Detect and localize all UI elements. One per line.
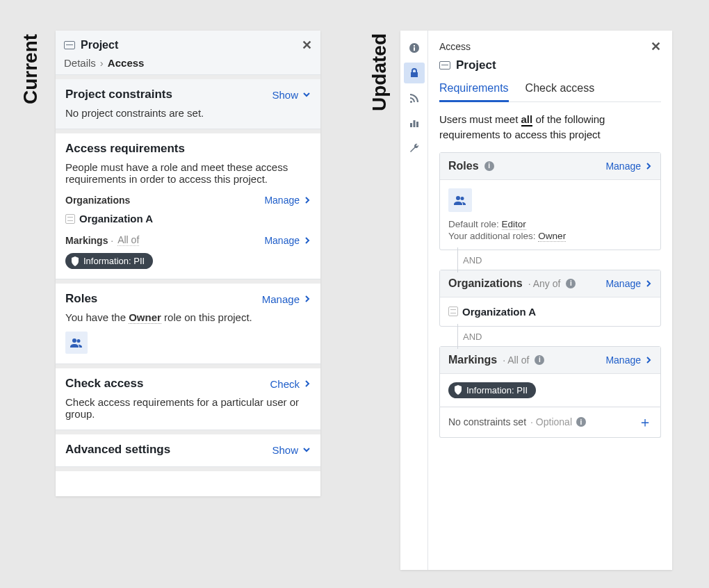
chevron-right-icon — [304, 379, 311, 388]
svg-rect-4 — [413, 120, 415, 127]
chevron-right-icon — [645, 279, 652, 288]
people-icon — [448, 188, 472, 212]
shield-icon — [71, 256, 79, 266]
current-header: Project ✕ Details › Access — [56, 31, 320, 75]
constraints-show-button[interactable]: Show — [272, 89, 311, 101]
card-markings: Markings · All of i Manage — [439, 346, 661, 407]
shield-icon — [454, 385, 462, 395]
section-check: Check access Check Check access requirem… — [56, 364, 320, 430]
breadcrumb-access[interactable]: Access — [108, 57, 145, 69]
constraints-title: Project constraints — [65, 88, 172, 101]
constraints-row: No constraints set · Optional i ＋ — [439, 407, 661, 438]
constraints-text: No constraints set — [448, 416, 526, 427]
breadcrumb-details[interactable]: Details — [64, 57, 96, 69]
roles-title: Roles — [65, 292, 97, 306]
organizations-label: Organizations — [65, 195, 130, 206]
organization-name: Organization A — [462, 306, 536, 318]
current-footer — [56, 467, 320, 496]
tabs: Requirements Check access — [439, 82, 661, 102]
organization-icon — [448, 307, 458, 316]
info-icon[interactable]: i — [566, 279, 576, 288]
chevron-down-icon — [302, 90, 311, 99]
organizations-manage-button[interactable]: Manage — [264, 195, 311, 206]
project-icon — [439, 61, 450, 70]
panel-current: Project ✕ Details › Access Project const… — [56, 31, 320, 496]
roles-manage-button[interactable]: Manage — [605, 161, 652, 172]
check-button[interactable]: Check — [270, 378, 311, 390]
advanced-title: Advanced settings — [65, 443, 170, 457]
updated-content: Users must meet all of the following req… — [428, 102, 672, 448]
label-current: Current — [19, 34, 42, 104]
svg-rect-1 — [414, 47, 415, 51]
access-req-desc: People must have a role and meet these a… — [65, 161, 311, 185]
roles-card-title: Roles — [448, 160, 479, 172]
organization-icon — [65, 214, 75, 224]
markings-card-title: Markings — [448, 354, 497, 366]
access-label: Access — [439, 41, 471, 52]
close-icon[interactable]: ✕ — [651, 39, 661, 54]
orgs-manage-button[interactable]: Manage — [605, 278, 652, 289]
rail-wrench-icon[interactable] — [404, 138, 425, 158]
check-desc: Check access requirements for a particul… — [65, 396, 311, 420]
markings-manage-button[interactable]: Manage — [264, 235, 311, 246]
tab-check-access[interactable]: Check access — [525, 82, 595, 101]
chevron-right-icon — [645, 356, 652, 364]
section-advanced: Advanced settings Show — [56, 430, 320, 467]
card-organizations: Organizations · Any of i Manage — [439, 270, 661, 327]
check-title: Check access — [65, 377, 143, 391]
chevron-right-icon — [304, 295, 311, 303]
rail-feed-icon[interactable] — [404, 88, 425, 108]
chevron-down-icon — [302, 446, 311, 454]
section-roles: Roles Manage You have the Owner role on … — [56, 279, 320, 364]
people-icon — [65, 332, 88, 354]
side-rail — [400, 31, 428, 570]
default-role-line: Default role: Editor — [448, 219, 652, 229]
chevron-right-icon: › — [100, 57, 104, 69]
access-req-title: Access requirements — [65, 142, 185, 156]
info-icon[interactable]: i — [535, 355, 544, 365]
your-roles-line: Your additional roles: Owner — [448, 231, 652, 241]
chevron-right-icon — [304, 236, 311, 245]
tab-requirements[interactable]: Requirements — [439, 82, 509, 102]
advanced-show-button[interactable]: Show — [272, 444, 311, 456]
rail-chart-icon[interactable] — [404, 113, 425, 133]
add-constraint-button[interactable]: ＋ — [638, 413, 652, 432]
updated-header: Access ✕ Project Requirements Check acce… — [428, 31, 672, 102]
svg-rect-3 — [410, 123, 412, 127]
close-icon[interactable]: ✕ — [302, 38, 312, 53]
chevron-right-icon — [645, 162, 652, 170]
svg-rect-2 — [414, 45, 415, 47]
updated-title: Project — [456, 58, 496, 72]
marking-pill: Information: PII — [65, 253, 153, 269]
project-icon — [64, 41, 75, 49]
card-roles: Roles i Manage — [439, 152, 661, 250]
panel-updated: Access ✕ Project Requirements Check acce… — [400, 31, 672, 570]
organization-name: Organization A — [79, 213, 153, 224]
markings-mode: All of — [117, 234, 139, 246]
roles-desc: You have the Owner role on this project. — [65, 311, 311, 323]
orgs-card-title: Organizations — [448, 277, 523, 290]
chevron-right-icon — [304, 196, 311, 204]
info-icon[interactable]: i — [576, 417, 586, 427]
and-connector: AND — [439, 250, 661, 270]
svg-rect-5 — [416, 122, 418, 127]
rail-lock-icon[interactable] — [404, 63, 425, 83]
roles-manage-button[interactable]: Manage — [262, 293, 311, 305]
lead-text: Users must meet all of the following req… — [439, 112, 661, 142]
and-connector: AND — [439, 327, 661, 346]
constraints-desc: No project constraints are set. — [65, 107, 311, 119]
breadcrumb: Details › Access — [64, 57, 312, 69]
label-updated: Updated — [368, 33, 391, 111]
section-access-req: Access requirements People must have a r… — [56, 129, 320, 279]
section-constraints: Project constraints Show No project cons… — [56, 75, 320, 129]
marking-pill: Information: PII — [448, 382, 536, 398]
info-icon[interactable]: i — [484, 161, 494, 171]
rail-info-icon[interactable] — [404, 38, 425, 58]
markings-manage-button[interactable]: Manage — [605, 354, 652, 366]
current-title: Project — [81, 39, 118, 51]
markings-label: Markings — [65, 235, 108, 246]
